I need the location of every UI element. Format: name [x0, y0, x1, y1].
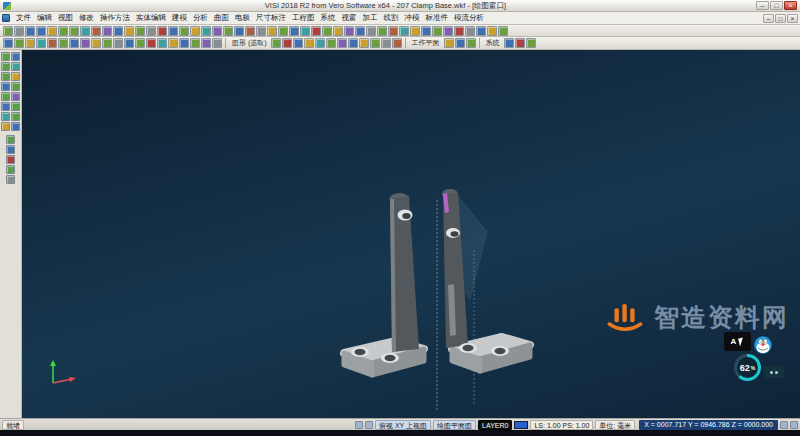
toolbar-icon[interactable]	[47, 38, 57, 48]
toolbar-icon[interactable]	[326, 38, 336, 48]
doc-close-button[interactable]: ×	[787, 14, 798, 23]
toolbar-icon[interactable]	[124, 26, 134, 36]
toolbar-icon[interactable]	[113, 26, 123, 36]
doc-minimize-button[interactable]: –	[763, 14, 774, 23]
scale-indicator[interactable]: LS: 1.00 PS: 1.00	[530, 420, 593, 430]
menu-item-4[interactable]: 操作方法	[97, 13, 133, 22]
toolbar-icon[interactable]	[113, 38, 123, 48]
toolbar-icon[interactable]	[388, 26, 398, 36]
toolbar-icon[interactable]	[421, 26, 431, 36]
menu-item-8[interactable]: 曲面	[211, 13, 232, 22]
text-tool-icon[interactable]: A	[731, 337, 737, 346]
menu-item-6[interactable]: 建模	[169, 13, 190, 22]
toolbar-icon[interactable]	[80, 38, 90, 48]
toolbar-icon[interactable]	[179, 38, 189, 48]
left-tool-icon[interactable]	[11, 62, 20, 71]
toolbar-icon[interactable]	[322, 26, 332, 36]
menu-item-9[interactable]: 电极	[232, 13, 253, 22]
left-tool-icon[interactable]	[6, 155, 15, 164]
menu-item-3[interactable]: 修改	[76, 13, 97, 22]
toolbar-icon[interactable]	[392, 38, 402, 48]
toolbar-icon[interactable]	[278, 26, 288, 36]
toolbar-icon[interactable]	[366, 26, 376, 36]
viewport-3d[interactable]: 智造资料网 A 62%	[22, 50, 800, 418]
toolbar-icon[interactable]	[315, 38, 325, 48]
toolbar-icon[interactable]	[58, 38, 68, 48]
toolbar-icon[interactable]	[25, 38, 35, 48]
left-tool-icon[interactable]	[11, 82, 20, 91]
toolbar-icon[interactable]	[256, 26, 266, 36]
toolbar-icon[interactable]	[355, 26, 365, 36]
toolbar-icon[interactable]	[370, 38, 380, 48]
menu-item-16[interactable]: 冲模	[402, 13, 423, 22]
toolbar-icon[interactable]	[465, 26, 475, 36]
layer-indicator[interactable]: LAYER0	[478, 420, 512, 430]
left-tool-icon[interactable]	[1, 72, 10, 81]
toolbar-icon[interactable]	[157, 38, 167, 48]
minimize-button[interactable]: –	[756, 1, 769, 10]
left-tool-icon[interactable]	[1, 122, 10, 131]
left-tool-icon[interactable]	[11, 102, 20, 111]
toolbar-icon[interactable]	[443, 26, 453, 36]
left-tool-icon[interactable]	[1, 62, 10, 71]
status-tool-icon[interactable]	[780, 421, 788, 429]
toolbar-icon[interactable]	[69, 26, 79, 36]
menu-item-5[interactable]: 实体编辑	[133, 13, 169, 22]
left-tool-icon[interactable]	[1, 82, 10, 91]
toolbar-icon[interactable]	[293, 38, 303, 48]
toolbar-icon[interactable]	[168, 38, 178, 48]
toolbar-icon[interactable]	[3, 38, 13, 48]
toolbar-icon[interactable]	[245, 26, 255, 36]
left-tool-icon[interactable]	[11, 52, 20, 61]
toolbar-icon[interactable]	[91, 38, 101, 48]
toolbar-icon[interactable]	[135, 38, 145, 48]
grid-icon[interactable]	[365, 421, 373, 429]
toolbar-icon[interactable]	[515, 38, 525, 48]
toolbar-icon[interactable]	[333, 26, 343, 36]
toolbar-icon[interactable]	[36, 26, 46, 36]
toolbar-icon[interactable]	[91, 26, 101, 36]
toolbar-icon[interactable]	[212, 26, 222, 36]
toolbar-icon[interactable]	[146, 26, 156, 36]
menu-item-2[interactable]: 视图	[55, 13, 76, 22]
progress-ring-badge[interactable]: 62%	[734, 354, 761, 381]
toolbar-icon[interactable]	[271, 38, 281, 48]
toolbar-icon[interactable]	[267, 26, 277, 36]
menu-item-17[interactable]: 标准件	[423, 13, 452, 22]
left-tool-icon[interactable]	[11, 72, 20, 81]
units-indicator[interactable]: 单位: 毫米	[595, 420, 635, 430]
menu-item-0[interactable]: 文件	[13, 13, 34, 22]
quick-tool-popup[interactable]: A	[724, 332, 751, 351]
current-color-swatch[interactable]	[514, 421, 528, 429]
toolbar-icon[interactable]	[359, 38, 369, 48]
toolbar-icon[interactable]	[190, 26, 200, 36]
toolbar-icon[interactable]	[377, 26, 387, 36]
toolbar-icon[interactable]	[381, 38, 391, 48]
toolbar-icon[interactable]	[190, 38, 200, 48]
toolbar-icon[interactable]	[58, 26, 68, 36]
widget-side-chip[interactable]	[764, 366, 784, 378]
toolbar-icon[interactable]	[146, 38, 156, 48]
menu-item-15[interactable]: 线割	[381, 13, 402, 22]
toolbar-icon[interactable]	[466, 38, 476, 48]
toolbar-icon[interactable]	[410, 26, 420, 36]
toolbar-icon[interactable]	[300, 26, 310, 36]
toolbar-icon[interactable]	[304, 38, 314, 48]
left-tool-icon[interactable]	[1, 92, 10, 101]
toolbar-icon[interactable]	[223, 26, 233, 36]
toolbar-icon[interactable]	[487, 26, 497, 36]
toolbar-icon[interactable]	[69, 38, 79, 48]
maximize-button[interactable]: □	[770, 1, 783, 10]
left-tool-icon[interactable]	[6, 165, 15, 174]
left-tool-icon[interactable]	[1, 112, 10, 121]
close-button[interactable]: ×	[784, 1, 797, 10]
toolbar-icon[interactable]	[124, 38, 134, 48]
doraemon-avatar[interactable]	[754, 336, 772, 354]
left-tool-icon[interactable]	[1, 102, 10, 111]
toolbar-icon[interactable]	[201, 26, 211, 36]
toolbar-icon[interactable]	[337, 38, 347, 48]
toolbar-icon[interactable]	[476, 26, 486, 36]
menu-item-1[interactable]: 编辑	[34, 13, 55, 22]
toolbar-icon[interactable]	[498, 26, 508, 36]
menu-item-12[interactable]: 系统	[318, 13, 339, 22]
